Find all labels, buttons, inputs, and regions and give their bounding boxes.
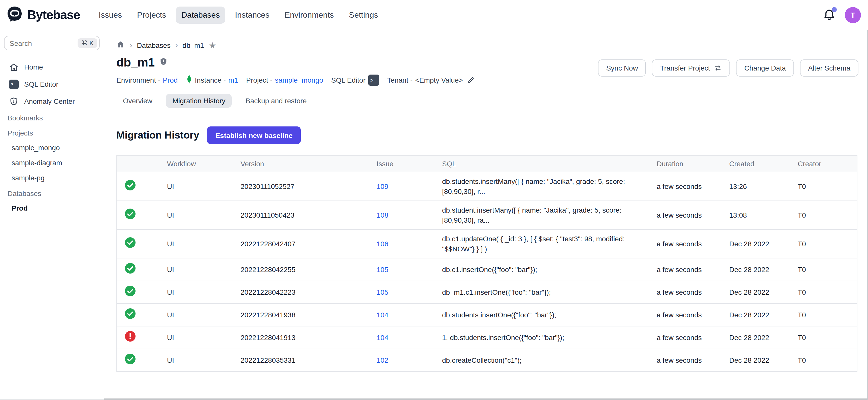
issue-link[interactable]: 105 — [377, 266, 389, 274]
nav-item-databases[interactable]: Databases — [176, 6, 225, 24]
issue-link[interactable]: 102 — [377, 356, 389, 364]
sidebar-project-sample-pg[interactable]: sample-pg — [0, 170, 104, 185]
sidebar-project-sample-mongo[interactable]: sample_mongo — [0, 140, 104, 155]
table-row[interactable]: UI 20221228042223 105 db_m1.c1.insertOne… — [117, 281, 857, 304]
creator-cell: T0 — [790, 201, 857, 229]
bytebase-logo[interactable]: Bytebase — [6, 5, 80, 25]
shield-icon — [8, 96, 19, 106]
issue-link[interactable]: 105 — [377, 288, 389, 296]
sql-cell: db.students.insertOne({"foo": "bar"}); — [434, 304, 649, 326]
change-data-button[interactable]: Change Data — [736, 59, 794, 76]
nav-item-settings[interactable]: Settings — [343, 6, 383, 24]
sql-editor-shortcut[interactable]: SQL Editor >_ — [331, 74, 379, 86]
workflow-cell: UI — [159, 304, 232, 326]
creator-cell: T0 — [790, 281, 857, 304]
migration-table-body: UI 20230111052527 109 db.students.insert… — [117, 172, 857, 372]
breadcrumb: › Databases › db_m1 ★ — [104, 30, 868, 50]
breadcrumb-db-m1[interactable]: db_m1 — [183, 41, 204, 50]
duration-cell: a few seconds — [649, 304, 721, 326]
sidebar-item-label: SQL Editor — [24, 80, 58, 88]
sidebar-item-anomaly-center[interactable]: Anomaly Center — [0, 93, 104, 110]
sql-cell: db_m1.c1.insertOne({"foo": "bar"}); — [434, 281, 649, 304]
alter-schema-button[interactable]: Alter Schema — [800, 59, 859, 76]
issue-link[interactable]: 108 — [377, 211, 389, 219]
avatar[interactable]: T — [845, 7, 861, 23]
table-row[interactable]: UI 20221228042407 106 db.c1.updateOne( {… — [117, 229, 857, 258]
col-version: Version — [232, 155, 369, 172]
status-icon — [124, 353, 136, 365]
issue-cell: 105 — [369, 281, 434, 304]
workflow-cell: UI — [159, 281, 232, 304]
issue-cell: 102 — [369, 349, 434, 372]
col-issue: Issue — [369, 155, 434, 172]
issue-link[interactable]: 104 — [377, 334, 389, 342]
col-created: Created — [721, 155, 790, 172]
table-row[interactable]: UI 20230111050423 108 db.student.insertM… — [117, 201, 857, 229]
search-input[interactable]: ⌘ K — [4, 36, 100, 50]
issue-link[interactable]: 104 — [377, 311, 389, 319]
workflow-cell: UI — [159, 201, 232, 229]
sidebar-section-databases: Databases — [0, 185, 104, 201]
sidebar-database-prod[interactable]: Prod — [0, 201, 104, 216]
duration-cell: a few seconds — [649, 258, 721, 281]
sql-editor-label: SQL Editor — [331, 76, 366, 84]
creator-cell: T0 — [790, 326, 857, 349]
sync-now-button[interactable]: Sync Now — [598, 59, 646, 76]
version-cell: 20221228041913 — [232, 326, 369, 349]
transfer-project-button[interactable]: Transfer Project — [652, 59, 730, 76]
project-label: Project - — [246, 76, 272, 84]
sidebar-item-sql-editor[interactable]: >_ SQL Editor — [0, 75, 104, 93]
issue-cell: 109 — [369, 172, 434, 201]
tab-overview[interactable]: Overview — [116, 94, 159, 108]
version-cell: 20221228042255 — [232, 258, 369, 281]
table-row[interactable]: UI 20230111052527 109 db.students.insert… — [117, 172, 857, 201]
breadcrumb-separator: › — [129, 40, 132, 49]
issue-link[interactable]: 106 — [377, 240, 389, 248]
version-cell: 20221228041938 — [232, 304, 369, 326]
table-row[interactable]: UI 20221228035331 102 db.createCollectio… — [117, 349, 857, 372]
nav-item-environments[interactable]: Environments — [279, 6, 340, 24]
sidebar: ⌘ K Home >_ SQL Editor — [0, 30, 104, 400]
duration-cell: a few seconds — [649, 229, 721, 258]
col-status — [117, 155, 159, 172]
table-row[interactable]: UI 20221228041913 104 1. db.students.ins… — [117, 326, 857, 349]
breadcrumb-separator: › — [175, 40, 178, 49]
issue-link[interactable]: 109 — [377, 182, 389, 190]
project-link[interactable]: sample_mongo — [275, 76, 323, 84]
favorite-star-icon[interactable]: ★ — [209, 41, 216, 50]
breadcrumb-home-icon[interactable] — [116, 40, 125, 50]
table-row[interactable]: UI 20221228042255 105 db.c1.insertOne({"… — [117, 258, 857, 281]
search-shortcut-kbd: ⌘ K — [77, 38, 97, 48]
created-cell: Dec 28 2022 — [721, 349, 790, 372]
anomaly-shield-icon — [159, 57, 168, 68]
tab-backup-and-restore[interactable]: Backup and restore — [239, 94, 313, 108]
sidebar-section-projects: Projects — [0, 125, 104, 140]
environment-label: Environment - — [116, 76, 160, 84]
created-cell: Dec 28 2022 — [721, 281, 790, 304]
notification-dot — [832, 7, 837, 12]
breadcrumb-databases[interactable]: Databases — [137, 41, 170, 50]
workflow-cell: UI — [159, 258, 232, 281]
nav-item-projects[interactable]: Projects — [131, 6, 172, 24]
sidebar-project-sample-diagram[interactable]: sample-diagram — [0, 155, 104, 170]
status-icon — [124, 331, 136, 342]
sidebar-item-home[interactable]: Home — [0, 58, 104, 75]
database-tabs: Overview Migration History Backup and re… — [104, 94, 868, 111]
workflow-cell: UI — [159, 172, 232, 201]
table-row[interactable]: UI 20221228041938 104 db.students.insert… — [117, 304, 857, 326]
edit-tenant-pencil-icon[interactable] — [467, 76, 474, 84]
environment-link[interactable]: Prod — [163, 76, 178, 84]
instance-link[interactable]: m1 — [228, 76, 238, 84]
nav-item-instances[interactable]: Instances — [229, 6, 275, 24]
tab-migration-history[interactable]: Migration History — [166, 94, 232, 108]
status-icon — [124, 285, 136, 297]
search-field[interactable] — [9, 39, 77, 47]
notification-bell-icon[interactable] — [823, 8, 836, 22]
creator-cell: T0 — [790, 229, 857, 258]
workflow-cell: UI — [159, 326, 232, 349]
duration-cell: a few seconds — [649, 201, 721, 229]
home-icon — [8, 62, 19, 72]
nav-item-issues[interactable]: Issues — [93, 6, 128, 24]
status-icon — [124, 208, 136, 220]
establish-baseline-button[interactable]: Establish new baseline — [207, 126, 301, 144]
